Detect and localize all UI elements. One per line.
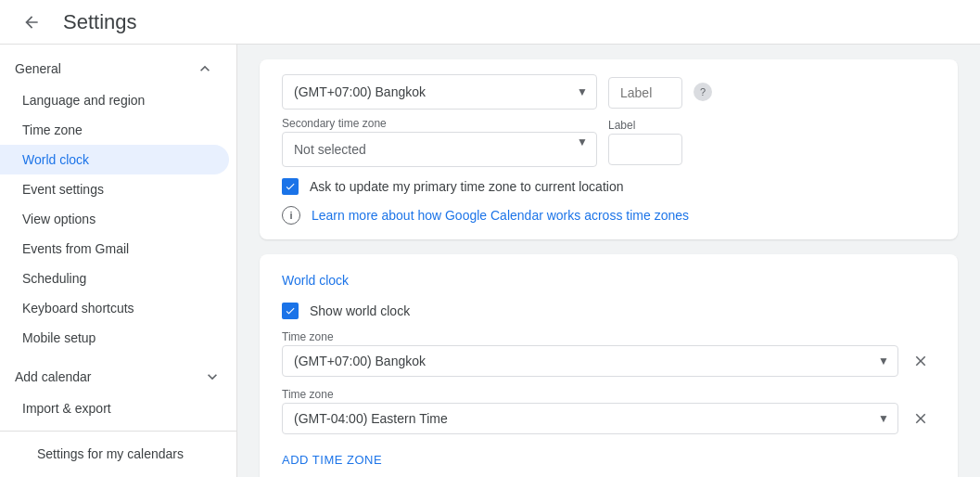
sidebar-item-event-settings[interactable]: Event settings [0,174,229,204]
sidebar-item-world-clock[interactable]: World clock [0,145,229,174]
primary-tz-row: (GMT+07:00) Bangkok ▼ ? [282,74,935,110]
tz-select-1[interactable]: (GMT+07:00) Bangkok [282,345,898,377]
tz-entry-1: Time zone (GMT+07:00) Bangkok ▼ [282,330,935,377]
sidebar-item-events-from-gmail[interactable]: Events from Gmail [0,234,229,264]
label-field-label-2: Label [608,119,682,132]
primary-tz-select[interactable]: (GMT+07:00) Bangkok [282,74,597,110]
sidebar-item-keyboard-shortcuts[interactable]: Keyboard shortcuts [0,293,229,323]
secondary-tz-select[interactable]: Not selected [282,132,597,167]
close-icon-1 [912,353,929,369]
update-tz-label: Ask to update my primary time zone to cu… [310,179,623,194]
sidebar-item-label: View options [22,212,95,226]
expand-icon [203,367,222,386]
sidebar-item-label: Mobile setup [22,330,95,345]
general-section-header[interactable]: General [0,52,236,85]
sidebar-item-label: Event settings [22,182,104,197]
sidebar-item-label: World clock [22,152,89,167]
primary-tz-label-input[interactable] [608,77,682,109]
secondary-tz-label: Secondary time zone [282,117,597,130]
close-icon-2 [912,410,929,427]
checkmark-icon [285,181,296,192]
content: General Language and region Time zone Wo… [0,45,980,477]
tz-select-2[interactable]: (GMT-04:00) Eastern Time [282,403,898,434]
secondary-tz-row: Secondary time zone Not selected ▼ Label [282,117,935,167]
primary-tz-select-wrap: (GMT+07:00) Bangkok ▼ [282,74,597,110]
sidebar-item-import-export[interactable]: Import & export [0,393,229,423]
update-tz-checkbox[interactable] [282,178,299,195]
tz-select-wrap-1: Time zone (GMT+07:00) Bangkok ▼ [282,330,898,377]
collapse-icon [196,59,214,78]
sidebar: General Language and region Time zone Wo… [0,45,237,477]
back-button[interactable] [15,6,48,39]
main-content: (GMT+07:00) Bangkok ▼ ? Secondary time z [237,45,980,477]
sidebar-item-view-options[interactable]: View options [0,204,229,234]
tz-label-1: Time zone [282,330,898,343]
settings-for-calendars-label: Settings for my calendars [37,446,184,461]
add-calendar-label: Add calendar [15,369,92,384]
update-tz-checkbox-row: Ask to update my primary time zone to cu… [282,178,935,195]
show-world-clock-row: Show world clock [282,303,935,319]
general-label: General [15,61,61,76]
sidebar-item-label: Events from Gmail [22,241,129,256]
sidebar-item-label: Language and region [22,93,145,108]
add-time-zone-button[interactable]: ADD TIME ZONE [282,445,935,474]
settings-for-calendars[interactable]: Settings for my calendars [15,439,222,469]
sidebar-item-language-region[interactable]: Language and region [0,85,229,115]
info-icon: i [282,206,300,225]
sidebar-item-mobile-setup[interactable]: Mobile setup [0,323,229,353]
sidebar-item-label: Time zone [22,122,83,137]
label-field-wrap-2: Label [608,119,682,165]
show-world-clock-label: Show world clock [310,303,410,318]
world-clock-section-title: World clock [282,273,935,288]
secondary-tz-label-input[interactable] [608,134,682,165]
sidebar-item-label: Import & export [22,401,111,416]
timezone-card: (GMT+07:00) Bangkok ▼ ? Secondary time z [260,59,958,239]
show-world-clock-checkbox[interactable] [282,303,299,319]
header: Settings [0,0,980,45]
sidebar-item-label: Scheduling [22,271,86,286]
info-row: i Learn more about how Google Calendar w… [282,206,935,225]
help-icon[interactable]: ? [694,83,712,101]
secondary-tz-display: Secondary time zone Not selected ▼ [282,117,597,167]
info-link[interactable]: Learn more about how Google Calendar wor… [312,208,689,223]
sidebar-item-scheduling[interactable]: Scheduling [0,264,229,293]
secondary-tz-select-wrap: Secondary time zone Not selected ▼ [282,117,597,167]
world-clock-card: World clock Show world clock Time zone [260,254,958,477]
label-field-wrap [608,75,682,109]
tz-entry-2: Time zone (GMT-04:00) Eastern Time ▼ [282,388,935,434]
remove-tz-2-button[interactable] [906,404,935,433]
sidebar-item-time-zone[interactable]: Time zone [0,115,229,145]
remove-tz-1-button[interactable] [906,346,935,376]
add-calendar-section[interactable]: Add calendar [0,360,236,393]
page-title: Settings [63,10,137,34]
checkmark-icon-2 [285,305,296,316]
tz-label-2: Time zone [282,388,898,401]
tz-select-wrap-2: Time zone (GMT-04:00) Eastern Time ▼ [282,388,898,434]
sidebar-item-label: Keyboard shortcuts [22,301,134,316]
